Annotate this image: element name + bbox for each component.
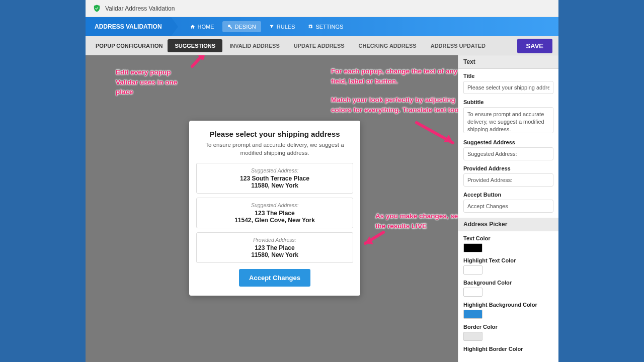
address-line1: 123 The Place bbox=[201, 210, 349, 217]
highlight-text-color-label: Highlight Text Color bbox=[463, 257, 553, 263]
address-label: Suggested Address: bbox=[201, 202, 349, 208]
suggested-field-label: Suggested Address bbox=[463, 139, 553, 145]
text-color-label: Text Color bbox=[463, 235, 553, 241]
accept-field-label: Accept Button bbox=[463, 192, 553, 198]
tab-address-updated[interactable]: ADDRESS UPDATED bbox=[424, 39, 493, 52]
tab-suggestions[interactable]: SUGGESTIONS bbox=[168, 39, 222, 52]
app-title: Validar Address Validation bbox=[105, 5, 175, 12]
subtitle-input[interactable]: To ensure prompt and accurate delivery, … bbox=[463, 107, 553, 133]
save-button[interactable]: SAVE bbox=[517, 39, 552, 53]
address-card[interactable]: Suggested Address: 123 South Terrace Pla… bbox=[196, 163, 353, 194]
nav-design[interactable]: DESIGN bbox=[222, 21, 261, 32]
annotation-1: Edit every popup Validar uses in one pla… bbox=[116, 67, 186, 97]
address-line1: 123 The Place bbox=[201, 244, 349, 251]
border-color-swatch[interactable] bbox=[463, 332, 482, 341]
background-color-swatch[interactable] bbox=[463, 288, 482, 297]
sub-nav: POPUP CONFIGURATION SUGGESTIONS INVALID … bbox=[86, 36, 558, 55]
preview-canvas: Edit every popup Validar uses in one pla… bbox=[86, 55, 458, 362]
subnav-title: POPUP CONFIGURATION bbox=[91, 43, 168, 49]
nav-home[interactable]: HOME bbox=[185, 21, 219, 32]
nav-brand: ADDRESS VALIDATION bbox=[86, 17, 171, 36]
address-card[interactable]: Provided Address: 123 The Place 11580, N… bbox=[196, 232, 353, 263]
nav-settings-label: SETTINGS bbox=[315, 24, 343, 30]
tab-checking-address[interactable]: CHECKING ADDRESS bbox=[352, 39, 424, 52]
arrow-icon bbox=[189, 55, 209, 71]
title-field-label: Title bbox=[463, 73, 553, 79]
address-line2: 11580, New York bbox=[201, 182, 349, 189]
subtitle-field-label: Subtitle bbox=[463, 99, 553, 105]
provided-field-label: Provided Address bbox=[463, 165, 553, 171]
background-color-label: Background Color bbox=[463, 280, 553, 286]
highlight-text-color-swatch[interactable] bbox=[463, 265, 482, 275]
popup-subtitle: To ensure prompt and accurate delivery, … bbox=[200, 141, 349, 157]
home-icon bbox=[190, 24, 195, 29]
filter-icon bbox=[269, 24, 274, 29]
nav-home-label: HOME bbox=[198, 24, 214, 30]
annotation-2: For each popup, change the text of any f… bbox=[331, 66, 458, 86]
address-line2: 11542, Glen Cove, New York bbox=[201, 217, 349, 224]
arrow-icon bbox=[414, 120, 458, 150]
panel-text-head: Text bbox=[458, 55, 558, 69]
popup-title: Please select your shipping address bbox=[196, 130, 353, 138]
app-window: Validar Address Validation ADDRESS VALID… bbox=[86, 0, 558, 362]
nav-rules-label: RULES bbox=[277, 24, 295, 30]
address-label: Suggested Address: bbox=[201, 167, 349, 173]
address-label: Provided Address: bbox=[201, 237, 349, 243]
gear-icon bbox=[308, 24, 313, 29]
wrench-icon bbox=[227, 24, 232, 29]
annotation-4: As you make changes, see the results LIV… bbox=[375, 211, 458, 231]
highlight-border-color-label: Highlight Border Color bbox=[463, 346, 553, 352]
shield-icon bbox=[93, 4, 101, 13]
nav-design-label: DESIGN bbox=[235, 24, 256, 30]
highlight-bg-color-label: Highlight Background Color bbox=[463, 302, 553, 308]
provided-input[interactable] bbox=[463, 173, 553, 187]
nav-settings[interactable]: SETTINGS bbox=[303, 21, 348, 32]
address-card[interactable]: Suggested Address: 123 The Place 11542, … bbox=[196, 198, 353, 228]
accept-button[interactable]: Accept Changes bbox=[239, 269, 310, 287]
accept-input[interactable] bbox=[463, 200, 553, 213]
main-nav: ADDRESS VALIDATION HOME DESIGN RULES SET… bbox=[86, 17, 558, 36]
text-color-swatch[interactable] bbox=[463, 243, 482, 252]
panel-picker-head: Address Picker bbox=[458, 218, 558, 231]
suggested-input[interactable] bbox=[463, 147, 553, 160]
workspace: Edit every popup Validar uses in one pla… bbox=[86, 55, 558, 362]
annotation-3: Match your look perfectly by adjusting c… bbox=[331, 95, 458, 115]
border-color-label: Border Color bbox=[463, 324, 553, 330]
arrow-icon bbox=[361, 229, 386, 249]
preview-popup: Please select your shipping address To e… bbox=[189, 121, 360, 296]
tab-update-address[interactable]: UPDATE ADDRESS bbox=[287, 39, 352, 52]
nav-rules[interactable]: RULES bbox=[264, 21, 300, 32]
title-input[interactable] bbox=[463, 81, 553, 94]
address-line2: 11580, New York bbox=[201, 251, 349, 258]
highlight-bg-color-swatch[interactable] bbox=[463, 310, 482, 319]
config-sidebar: Text Title Subtitle To ensure prompt and… bbox=[458, 55, 558, 362]
title-bar: Validar Address Validation bbox=[86, 0, 558, 17]
tab-invalid-address[interactable]: INVALID ADDRESS bbox=[222, 39, 287, 52]
address-line1: 123 South Terrace Place bbox=[201, 175, 349, 182]
